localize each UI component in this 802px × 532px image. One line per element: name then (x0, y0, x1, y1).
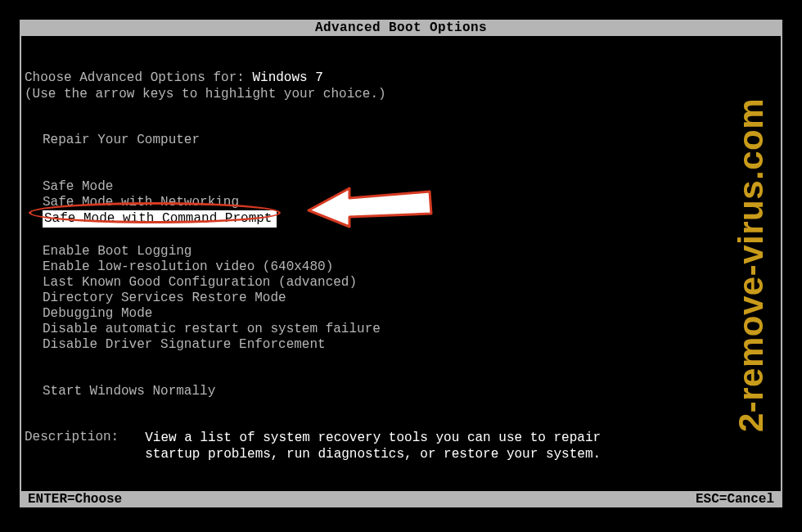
option-low-res-video[interactable]: Enable low-resolution video (640x480) (43, 259, 777, 275)
option-disable-driver-sig[interactable]: Disable Driver Signature Enforcement (43, 337, 777, 353)
option-repair-your-computer[interactable]: Repair Your Computer (43, 133, 777, 148)
option-last-known-good[interactable]: Last Known Good Configuration (advanced) (43, 275, 777, 291)
window-title: Advanced Boot Options (315, 20, 487, 35)
footer-esc-hint: ESC=Cancel (696, 492, 774, 507)
option-disable-auto-restart[interactable]: Disable automatic restart on system fail… (43, 322, 777, 337)
option-group: Repair Your Computer (43, 133, 777, 148)
option-start-normally[interactable]: Start Windows Normally (43, 384, 777, 399)
option-ds-restore-mode[interactable]: Directory Services Restore Mode (43, 291, 777, 306)
option-group: Safe Mode Safe Mode with Networking Safe… (43, 179, 777, 228)
option-safe-mode-networking[interactable]: Safe Mode with Networking (43, 195, 777, 210)
description-text: View a list of system recovery tools you… (145, 430, 603, 462)
boot-options-list: Repair Your Computer Safe Mode Safe Mode… (43, 133, 777, 399)
os-name: Windows 7 (252, 70, 322, 85)
description-label: Description: (25, 430, 119, 462)
option-debugging-mode[interactable]: Debugging Mode (43, 306, 777, 322)
description-section: Description: View a list of system recov… (25, 430, 603, 462)
instruction-text: (Use the arrow keys to highlight your ch… (25, 87, 777, 101)
option-group: Enable Boot Logging Enable low-resolutio… (43, 244, 777, 353)
footer-enter-hint: ENTER=Choose (28, 492, 122, 507)
prompt-line: Choose Advanced Options for: Windows 7 (25, 70, 777, 85)
content-area: Choose Advanced Options for: Windows 7 (… (25, 46, 777, 399)
footer-bar: ENTER=Choose ESC=Cancel (20, 491, 782, 507)
option-enable-boot-logging[interactable]: Enable Boot Logging (43, 244, 777, 259)
prompt-prefix: Choose Advanced Options for: (25, 70, 252, 85)
option-safe-mode[interactable]: Safe Mode (43, 179, 777, 195)
option-group: Start Windows Normally (43, 384, 777, 399)
option-safe-mode-command-prompt[interactable]: Safe Mode with Command Prompt (43, 210, 277, 228)
title-bar: Advanced Boot Options (20, 20, 782, 36)
